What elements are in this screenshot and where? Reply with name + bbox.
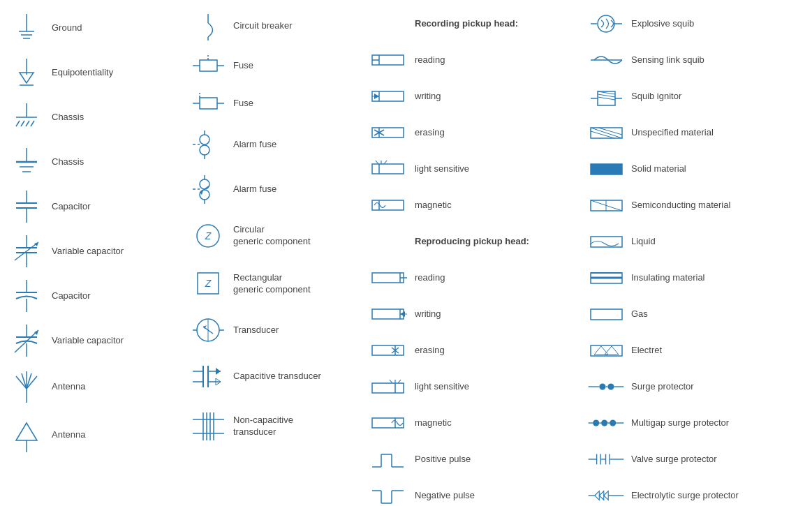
item-semiconducting-material: Semiconducting material	[585, 192, 806, 218]
column-2: Circuit breaker Fuse	[182, 7, 363, 506]
symbol-equipotentiality	[6, 55, 47, 90]
svg-rect-114	[372, 309, 404, 319]
label-fuse1: Fuse	[229, 60, 253, 72]
symbol-writing1	[369, 86, 411, 107]
item-chassis2: Chassis	[6, 144, 176, 179]
item-capacitor2: Capacitor	[6, 278, 176, 313]
label-multigap-surge: Multigap surge protector	[627, 417, 729, 429]
item-antenna1: Antenna	[6, 368, 176, 406]
label-light-sensitive1: light sensitive	[411, 163, 469, 175]
symbol-negative-pulse	[369, 484, 411, 507]
label-reading1: reading	[411, 54, 445, 66]
label-equipotentiality: Equipotentiality	[47, 67, 113, 79]
symbol-light-sensitive1	[369, 158, 411, 179]
item-capacitive-transducer: Capacitive transducer	[187, 357, 357, 396]
label-electrolytic-surge: Electrolytic surge protector	[627, 490, 739, 502]
symbol-chassis2	[6, 144, 47, 179]
symbol-writing2	[369, 304, 411, 325]
svg-marker-194	[595, 491, 599, 500]
label-alarm-fuse2: Alarm fuse	[229, 184, 276, 195]
item-valve-surge: Valve surge protector	[585, 446, 806, 472]
item-chassis1: Chassis	[6, 100, 176, 135]
svg-marker-34	[34, 330, 38, 335]
item-variable-capacitor2: Variable capacitor	[6, 323, 176, 358]
label-magnetic1: magnetic	[411, 200, 452, 211]
column-3: Recording pickup head: reading	[363, 7, 580, 506]
svg-marker-196	[604, 491, 608, 500]
svg-point-184	[610, 419, 616, 426]
symbol-fuse2	[187, 89, 229, 117]
symbol-insulating-material	[585, 269, 627, 287]
item-reading2: reading	[369, 265, 574, 291]
svg-marker-42	[16, 423, 37, 440]
main-grid: Ground Equipotentiality	[0, 0, 812, 506]
item-magnetic2: magnetic	[369, 410, 574, 436]
label-fuse2: Fuse	[229, 98, 253, 110]
label-ground: Ground	[47, 22, 82, 34]
item-surge-protector: Surge protector	[585, 373, 806, 400]
svg-rect-109	[372, 200, 404, 210]
item-liquid: Liquid	[585, 228, 806, 255]
item-capacitor1: Capacitor	[6, 189, 176, 224]
label-transducer: Transducer	[229, 325, 279, 336]
svg-rect-50	[200, 98, 217, 109]
column-1: Ground Equipotentiality	[0, 7, 182, 506]
svg-rect-100	[372, 128, 404, 137]
svg-line-11	[26, 121, 29, 126]
svg-point-149	[598, 15, 614, 32]
item-non-capacitive-transducer: Non-capacitive transducer	[187, 405, 357, 447]
label-antenna2: Antenna	[47, 429, 85, 441]
item-writing2: writing	[369, 301, 574, 327]
label-variable-capacitor2: Variable capacitor	[47, 335, 124, 347]
symbol-magnetic2	[369, 412, 411, 433]
svg-rect-118	[372, 345, 404, 355]
item-equipotentiality: Equipotentiality	[6, 55, 176, 90]
label-circuit-breaker: Circuit breaker	[229, 20, 293, 32]
label-magnetic2: magnetic	[411, 417, 452, 429]
item-electret: Electret	[585, 337, 806, 364]
item-erasing1: erasing	[369, 119, 574, 146]
label-circular-generic: Circular generic component	[229, 224, 311, 248]
symbol-semiconducting-material	[585, 197, 627, 214]
label-sensing-link-squib: Sensing link squib	[627, 54, 704, 66]
svg-marker-117	[400, 311, 405, 317]
item-fuse2: Fuse	[187, 89, 357, 117]
label-negative-pulse: Negative pulse	[411, 490, 475, 502]
svg-rect-170	[591, 309, 622, 320]
label-unspecified-material: Unspecified material	[627, 127, 714, 139]
item-reading1: reading	[369, 47, 574, 73]
symbol-reading1	[369, 50, 411, 70]
label-writing1: writing	[411, 91, 441, 103]
item-explosive-squib: Explosive squib	[585, 10, 806, 37]
symbol-antenna1	[6, 368, 47, 406]
symbol-variable-capacitor1	[6, 234, 47, 269]
symbol-magnetic1	[369, 195, 411, 216]
symbol-electret	[585, 342, 627, 359]
svg-marker-99	[374, 94, 379, 99]
item-sensing-link-squib: Sensing link squib	[585, 47, 806, 73]
symbol-gas	[585, 306, 627, 323]
svg-text:Z: Z	[204, 278, 211, 289]
item-recording-pickup-head: Recording pickup head:	[369, 10, 574, 37]
symbol-non-capacitive-transducer	[187, 405, 229, 447]
label-valve-surge: Valve surge protector	[627, 454, 717, 466]
svg-rect-162	[591, 164, 622, 174]
svg-rect-166	[591, 237, 622, 247]
label-reproducing-pickup-head: Reproducing pickup head:	[411, 236, 529, 248]
label-squib-ignitor: Squib ignitor	[627, 91, 681, 103]
label-liquid: Liquid	[627, 236, 656, 248]
symbol-liquid	[585, 233, 627, 251]
label-capacitor1: Capacitor	[47, 201, 91, 213]
label-erasing1: erasing	[411, 127, 445, 139]
symbol-capacitor1	[6, 189, 47, 224]
item-fuse1: Fuse	[187, 52, 357, 80]
svg-point-177	[607, 383, 614, 389]
item-positive-pulse: Positive pulse	[369, 446, 574, 472]
label-explosive-squib: Explosive squib	[627, 18, 694, 30]
symbol-light-sensitive2	[369, 375, 411, 399]
svg-text:Z: Z	[204, 230, 211, 241]
item-transducer: Transducer	[187, 313, 357, 348]
item-alarm-fuse2: Alarm fuse	[187, 172, 357, 207]
label-variable-capacitor1: Variable capacitor	[47, 246, 124, 258]
item-unspecified-material: Unspecified material	[585, 119, 806, 146]
